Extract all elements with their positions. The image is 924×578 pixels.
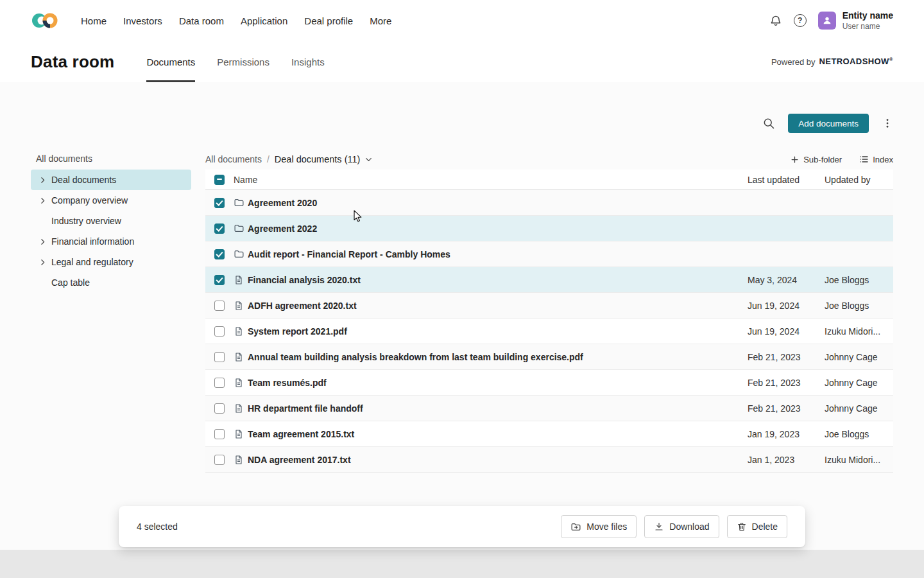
row-checkbox-cell (205, 275, 234, 285)
navbar-right: ? Entity name User name (769, 10, 893, 30)
row-name[interactable]: Agreement 2022 (248, 223, 748, 234)
table-row[interactable]: Agreement 2020 (205, 190, 893, 216)
row-type-icon-cell (234, 301, 248, 311)
table-row[interactable]: Team resumés.pdf Feb 21, 2023 Johnny Cag… (205, 370, 893, 396)
row-checkbox[interactable] (214, 249, 225, 259)
breadcrumb-separator: / (267, 154, 270, 164)
delete-button[interactable]: Delete (727, 515, 787, 538)
table-row[interactable]: Annual team building analysis breakdown … (205, 344, 893, 370)
sidebar-item[interactable]: Cap table (31, 272, 191, 293)
row-checkbox[interactable] (214, 352, 225, 362)
row-checkbox[interactable] (214, 275, 225, 285)
row-updated-by: Johnny Cage (825, 378, 893, 388)
row-checkbox[interactable] (214, 198, 225, 208)
row-name[interactable]: Annual team building analysis breakdown … (248, 352, 748, 362)
table-row[interactable]: Financial analysis 2020.txt May 3, 2024 … (205, 267, 893, 293)
table-row[interactable]: Team agreement 2015.txt Jan 19, 2023 Joe… (205, 421, 893, 447)
move-files-button[interactable]: Move files (561, 515, 637, 538)
notifications-bell-icon[interactable] (769, 14, 782, 27)
row-updated-by: Izuku Midori... (825, 326, 893, 337)
search-icon[interactable] (762, 117, 775, 130)
row-updated-by: Izuku Midori... (825, 455, 893, 465)
row-checkbox-cell (205, 429, 234, 439)
sidebar-title: All documents (31, 152, 191, 166)
sidebar-item[interactable]: Company overview (31, 190, 191, 211)
row-name[interactable]: ADFH agreement 2020.txt (248, 301, 748, 311)
table-row[interactable]: System report 2021.pdf Jun 19, 2024 Izuk… (205, 319, 893, 344)
tab[interactable]: Insights (291, 41, 325, 82)
row-checkbox[interactable] (214, 326, 225, 337)
tab[interactable]: Permissions (217, 41, 270, 82)
file-icon (234, 275, 244, 285)
select-all-checkbox[interactable] (214, 175, 225, 185)
table-row[interactable]: Audit report - Financial Report - Cambly… (205, 241, 893, 267)
row-name[interactable]: Audit report - Financial Report - Cambly… (248, 249, 748, 259)
page: Home Investors Data room Application Dea… (0, 0, 924, 578)
help-icon[interactable]: ? (794, 14, 807, 27)
row-checkbox-cell (205, 455, 234, 465)
row-type-icon-cell (234, 223, 248, 234)
nav-item[interactable]: Data room (179, 15, 224, 26)
row-name[interactable]: NDA agreement 2017.txt (248, 455, 748, 465)
breadcrumb: All documents / Deal documents (11) (205, 154, 373, 164)
row-last-updated: Jun 19, 2024 (748, 301, 825, 311)
row-checkbox[interactable] (214, 301, 225, 311)
entity-name: Entity name (843, 10, 893, 21)
powered-by-label: Powered by (771, 57, 816, 67)
row-type-icon-cell (234, 275, 248, 285)
row-checkbox[interactable] (214, 223, 225, 234)
add-subfolder-button[interactable]: Sub-folder (790, 155, 842, 164)
row-name[interactable]: Team agreement 2015.txt (248, 429, 748, 439)
row-checkbox[interactable] (214, 429, 225, 439)
user-name: User name (843, 22, 893, 31)
column-header-updated-by[interactable]: Updated by (825, 175, 893, 185)
sidebar-item[interactable]: Industry overview (31, 211, 191, 231)
nav-item[interactable]: More (370, 15, 391, 26)
row-name[interactable]: Agreement 2020 (248, 198, 748, 208)
content-top-actions: Sub-folder Index (790, 154, 893, 164)
table-row[interactable]: Agreement 2022 (205, 216, 893, 241)
selected-count: 4 selected (137, 521, 178, 532)
nav-item[interactable]: Deal profile (304, 15, 353, 26)
app-logo[interactable] (31, 11, 60, 30)
table-row[interactable]: NDA agreement 2017.txt Jan 1, 2023 Izuku… (205, 447, 893, 473)
sidebar-item[interactable]: Legal and regulatory (31, 252, 191, 272)
index-button[interactable]: Index (859, 154, 893, 164)
table-row[interactable]: ADFH agreement 2020.txt Jun 19, 2024 Joe… (205, 293, 893, 319)
row-checkbox-cell (205, 403, 234, 414)
table-row[interactable]: HR department file handoff Feb 21, 2023 … (205, 396, 893, 421)
sidebar-items: Deal documents Company overview Industry… (31, 170, 191, 293)
breadcrumb-root[interactable]: All documents (205, 154, 262, 164)
file-icon (234, 352, 244, 362)
row-name[interactable]: Team resumés.pdf (248, 378, 748, 388)
folder-icon (234, 197, 244, 208)
nav-item[interactable]: Investors (123, 15, 162, 26)
row-checkbox[interactable] (214, 378, 225, 388)
add-documents-button[interactable]: Add documents (788, 114, 869, 133)
row-checkbox[interactable] (214, 403, 225, 414)
sidebar-item[interactable]: Financial information (31, 231, 191, 252)
row-last-updated: Jun 19, 2024 (748, 326, 825, 337)
nav-item[interactable]: Home (81, 15, 107, 26)
row-checkbox-cell (205, 223, 234, 234)
column-header-last-updated[interactable]: Last updated (748, 175, 825, 185)
nav-item[interactable]: Application (241, 15, 287, 26)
avatar (818, 12, 836, 30)
row-name[interactable]: Financial analysis 2020.txt (248, 275, 748, 285)
file-icon (234, 378, 244, 388)
breadcrumb-current[interactable]: Deal documents (11) (275, 154, 374, 164)
download-button[interactable]: Download (644, 515, 719, 538)
row-name[interactable]: HR department file handoff (248, 403, 748, 414)
row-checkbox[interactable] (214, 455, 225, 465)
user-menu[interactable]: Entity name User name (818, 10, 893, 30)
sidebar-item[interactable]: Deal documents (31, 170, 191, 190)
row-name[interactable]: System report 2021.pdf (248, 326, 748, 337)
documents-toolbar: Add documents (762, 113, 893, 134)
row-type-icon-cell (234, 378, 248, 388)
column-header-name[interactable]: Name (234, 175, 748, 185)
tab[interactable]: Documents (146, 41, 195, 82)
sidebar-item-label: Cap table (51, 277, 90, 288)
row-type-icon-cell (234, 352, 248, 362)
row-checkbox-cell (205, 249, 234, 259)
more-options-kebab-icon[interactable] (882, 118, 893, 129)
